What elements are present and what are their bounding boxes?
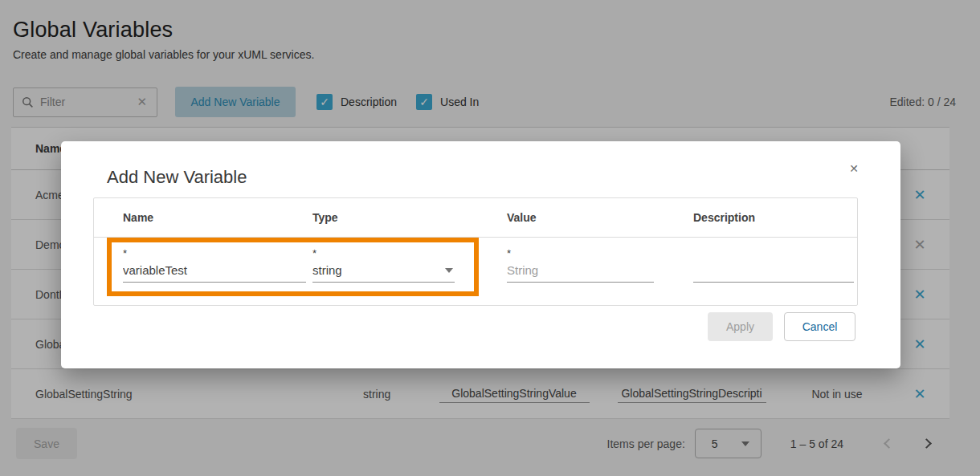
required-marker	[693, 247, 857, 261]
dialog-title: Add New Variable	[107, 167, 247, 188]
dialog-type-header: Type	[312, 211, 507, 224]
dialog-value-header: Value	[507, 211, 693, 224]
close-icon[interactable]: ✕	[849, 162, 859, 175]
dialog-name-header: Name	[123, 211, 312, 224]
required-marker: *	[312, 247, 507, 261]
dialog-field-row: * * string *	[94, 238, 857, 283]
required-marker: *	[507, 247, 693, 261]
dialog-description-header: Description	[693, 211, 857, 224]
global-variables-page: Global Variables Create and manage globa…	[0, 0, 980, 476]
type-select[interactable]: string	[312, 261, 455, 283]
dialog-column-headers: Name Type Value Description	[94, 198, 857, 238]
dialog-actions: Apply Cancel	[708, 312, 855, 341]
description-field-group	[693, 247, 857, 283]
name-field-group: *	[123, 247, 312, 283]
name-field[interactable]	[123, 261, 306, 283]
dialog-field-card: Name Type Value Description * * string	[93, 197, 858, 306]
apply-button[interactable]: Apply	[708, 312, 773, 341]
description-field[interactable]	[693, 261, 854, 283]
type-field-group: * string	[312, 247, 507, 283]
value-field[interactable]	[507, 261, 654, 283]
required-marker: *	[123, 247, 312, 261]
add-variable-dialog: Add New Variable ✕ Name Type Value Descr…	[61, 141, 900, 368]
value-field-group: *	[507, 247, 693, 283]
cancel-button[interactable]: Cancel	[784, 312, 855, 341]
chevron-down-icon	[445, 268, 453, 273]
type-select-value: string	[312, 263, 342, 277]
